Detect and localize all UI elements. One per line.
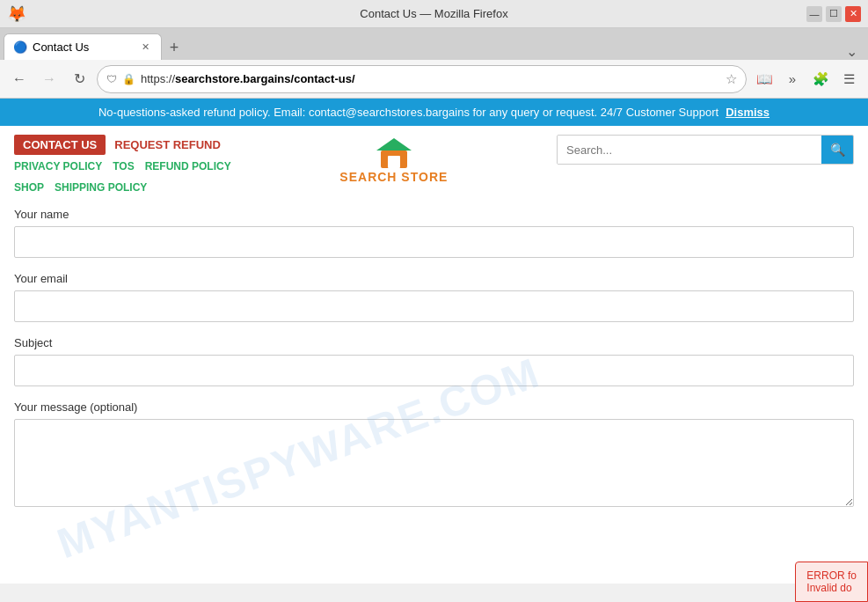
your-name-label: Your name bbox=[14, 208, 854, 221]
recaptcha-error-line1: ERROR fo bbox=[806, 569, 857, 582]
nav-right: 🔍 bbox=[557, 135, 854, 165]
browser-titlebar: 🦊 Contact Us — Mozilla Firefox — ☐ ✕ bbox=[0, 0, 868, 28]
logo-icon bbox=[372, 135, 416, 170]
extensions-button[interactable]: 🧩 bbox=[808, 67, 833, 92]
dismiss-button[interactable]: Dismiss bbox=[726, 106, 770, 119]
address-bar: ← → ↻ 🛡 🔒 https://searchstore.bargains/c… bbox=[0, 60, 868, 99]
shop-link[interactable]: SHOP bbox=[14, 181, 44, 194]
window-title: Contact Us — Mozilla Firefox bbox=[360, 7, 507, 20]
your-name-input[interactable] bbox=[14, 226, 854, 258]
nav-row1: CONTACT US REQUEST REFUND bbox=[14, 135, 231, 155]
firefox-logo-icon: 🦊 bbox=[7, 4, 26, 24]
close-button[interactable]: ✕ bbox=[845, 6, 861, 22]
contact-us-nav-button[interactable]: CONTACT US bbox=[14, 135, 106, 155]
url-text: https://searchstore.bargains/contact-us/ bbox=[141, 72, 720, 85]
subject-input[interactable] bbox=[14, 355, 854, 386]
nav-row2: PRIVACY POLICY TOS REFUND POLICY bbox=[14, 160, 231, 173]
svg-rect-2 bbox=[388, 156, 400, 168]
pocket-button[interactable]: 📖 bbox=[752, 67, 777, 92]
privacy-policy-link[interactable]: PRIVACY POLICY bbox=[14, 160, 102, 173]
minimize-button[interactable]: — bbox=[806, 6, 822, 22]
notice-bar: No-questions-asked refund policy. Email:… bbox=[0, 99, 868, 126]
svg-marker-1 bbox=[376, 138, 412, 150]
request-refund-nav-button[interactable]: REQUEST REFUND bbox=[114, 138, 221, 151]
page-content: MYANTISPYWARE.COM CONTACT US REQUEST REF… bbox=[0, 126, 868, 584]
restore-button[interactable]: ☐ bbox=[826, 6, 842, 22]
nav-row3: SHOP SHIPPING POLICY bbox=[14, 181, 231, 194]
tab-expand-button[interactable]: ⌄ bbox=[846, 43, 857, 60]
lock-icon: 🔒 bbox=[122, 73, 135, 85]
shipping-policy-link[interactable]: SHIPPING POLICY bbox=[55, 181, 147, 194]
subject-label: Subject bbox=[14, 336, 854, 349]
logo-text: SEARCH STORE bbox=[339, 170, 448, 184]
window-controls: — ☐ ✕ bbox=[806, 6, 861, 22]
logo-area: SEARCH STORE bbox=[339, 135, 448, 184]
recaptcha-error-badge: ERROR fo Invalid do bbox=[795, 562, 868, 584]
active-tab[interactable]: 🔵 Contact Us ✕ bbox=[4, 33, 162, 60]
toolbar-right: 📖 » 🧩 ☰ bbox=[752, 67, 861, 92]
more-tools-button[interactable]: » bbox=[780, 67, 805, 92]
your-message-label: Your message (optional) bbox=[14, 400, 854, 414]
notice-text: No-questions-asked refund policy. Email:… bbox=[98, 106, 718, 119]
nav-left: CONTACT US REQUEST REFUND PRIVACY POLICY… bbox=[14, 135, 231, 194]
menu-button[interactable]: ☰ bbox=[836, 67, 861, 92]
reload-button[interactable]: ↻ bbox=[67, 67, 91, 92]
recaptcha-error-line2: Invalid do bbox=[806, 582, 857, 584]
search-input[interactable] bbox=[558, 136, 821, 164]
site-nav: CONTACT US REQUEST REFUND PRIVACY POLICY… bbox=[0, 126, 868, 194]
your-email-label: Your email bbox=[14, 272, 854, 285]
bookmark-icon[interactable]: ☆ bbox=[726, 71, 737, 87]
tab-close-button[interactable]: ✕ bbox=[138, 40, 152, 55]
search-box: 🔍 bbox=[557, 135, 854, 165]
nav-center: SEARCH STORE bbox=[231, 135, 557, 184]
back-button[interactable]: ← bbox=[7, 67, 32, 92]
search-icon: 🔍 bbox=[830, 143, 845, 157]
tab-label: Contact Us bbox=[33, 40, 89, 54]
tos-link[interactable]: TOS bbox=[113, 160, 134, 173]
your-message-textarea[interactable] bbox=[14, 419, 854, 507]
form-section: Your name Your email Subject Your messag… bbox=[0, 194, 868, 524]
search-button[interactable]: 🔍 bbox=[821, 136, 853, 164]
url-bar[interactable]: 🛡 🔒 https://searchstore.bargains/contact… bbox=[97, 65, 747, 93]
tab-favicon: 🔵 bbox=[13, 40, 27, 54]
shield-icon: 🛡 bbox=[106, 73, 117, 85]
your-email-input[interactable] bbox=[14, 290, 854, 322]
new-tab-button[interactable]: + bbox=[162, 35, 186, 60]
refund-policy-link[interactable]: REFUND POLICY bbox=[145, 160, 231, 173]
forward-button[interactable]: → bbox=[37, 67, 62, 92]
browser-tabs: 🔵 Contact Us ✕ + ⌄ bbox=[0, 28, 868, 60]
